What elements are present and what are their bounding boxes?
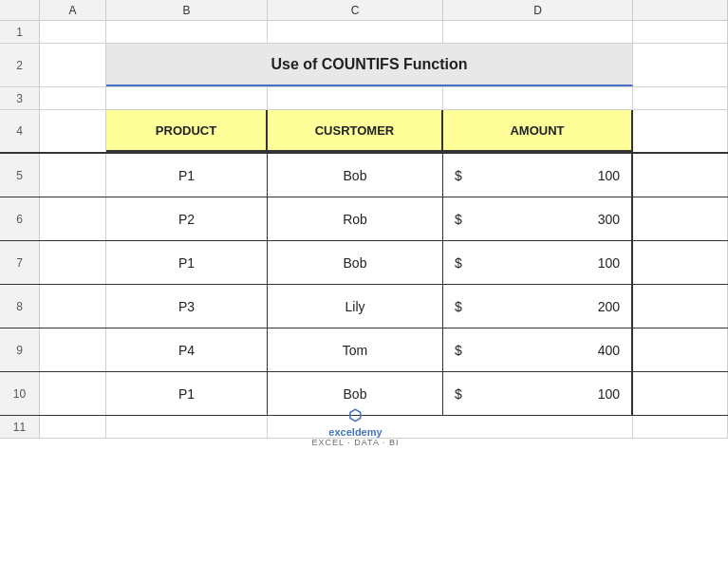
cell-e3 xyxy=(633,87,728,109)
dollar-sign-9: $ xyxy=(455,343,462,358)
col-header-d[interactable]: D xyxy=(443,0,633,20)
cell-e1 xyxy=(633,21,728,43)
cell-c1[interactable] xyxy=(268,21,443,43)
row-num-7: 7 xyxy=(0,241,40,284)
cell-product-6[interactable]: P2 xyxy=(106,197,268,240)
row-num-3: 3 xyxy=(0,87,40,109)
grid-row-6: 6 P2 Rob $ 300 xyxy=(0,197,728,241)
grid-row-1: 1 xyxy=(0,21,728,44)
cell-e10 xyxy=(633,372,728,415)
col-header-e xyxy=(633,0,728,20)
grid-row-5: 5 P1 Bob $ 100 xyxy=(0,154,728,197)
cell-b3[interactable] xyxy=(106,87,268,109)
cell-a6[interactable] xyxy=(40,197,106,240)
corner-cell xyxy=(0,0,40,20)
cell-d3[interactable] xyxy=(443,87,633,109)
dollar-sign-7: $ xyxy=(455,255,462,271)
header-amount[interactable]: AMOUNT xyxy=(443,110,633,152)
cell-product-7[interactable]: P1 xyxy=(106,241,268,284)
cell-a4[interactable] xyxy=(40,110,106,152)
col-header-c[interactable]: C xyxy=(268,0,443,20)
cell-a8[interactable] xyxy=(40,285,106,328)
cell-amount-10[interactable]: $ 100 xyxy=(443,372,633,415)
cell-e2 xyxy=(633,44,728,86)
cell-amount-5[interactable]: $ 100 xyxy=(443,154,633,197)
amount-value-9: 400 xyxy=(598,343,620,358)
cell-e11 xyxy=(633,416,728,438)
exceldemy-brand: exceldemy xyxy=(328,426,382,438)
data-rows-container: 5 P1 Bob $ 100 6 P2 Rob $ 300 7 P1 Bob xyxy=(0,154,728,416)
spreadsheet: A B C D 1 2 Use of COUNTIFS Function 3 xyxy=(0,0,728,563)
cell-product-9[interactable]: P4 xyxy=(106,328,268,371)
header-product[interactable]: PRODUCT xyxy=(106,110,268,152)
cell-a3[interactable] xyxy=(40,87,106,109)
watermark-cell: ⬡ exceldemy EXCEL · DATA · BI xyxy=(268,416,443,438)
grid-row-11: 11 ⬡ exceldemy EXCEL · DATA · BI xyxy=(0,416,728,439)
cell-c3[interactable] xyxy=(268,87,443,109)
row-num-6: 6 xyxy=(0,197,40,240)
cell-a5[interactable] xyxy=(40,154,106,197)
grid-row-7: 7 P1 Bob $ 100 xyxy=(0,241,728,285)
dollar-sign-8: $ xyxy=(455,299,462,314)
grid-row-2: 2 Use of COUNTIFS Function xyxy=(0,44,728,87)
cell-d1[interactable] xyxy=(443,21,633,43)
amount-value-5: 100 xyxy=(598,168,620,183)
cell-product-8[interactable]: P3 xyxy=(106,285,268,328)
cell-product-10[interactable]: P1 xyxy=(106,372,268,415)
dollar-sign-5: $ xyxy=(455,168,462,183)
row-num-5: 5 xyxy=(0,154,40,197)
cell-customer-6[interactable]: Rob xyxy=(268,197,443,240)
grid-row-4: 4 PRODUCT CUSRTOMER AMOUNT xyxy=(0,110,728,154)
cell-a2[interactable] xyxy=(40,44,106,86)
dollar-sign-10: $ xyxy=(455,386,462,402)
dollar-sign-6: $ xyxy=(455,212,462,227)
cell-customer-7[interactable]: Bob xyxy=(268,241,443,284)
cell-a9[interactable] xyxy=(40,328,106,371)
cell-a10[interactable] xyxy=(40,372,106,415)
cell-customer-9[interactable]: Tom xyxy=(268,328,443,371)
header-customer[interactable]: CUSRTOMER xyxy=(268,110,443,152)
title-cell[interactable]: Use of COUNTIFS Function xyxy=(106,44,633,86)
exceldemy-subtitle: EXCEL · DATA · BI xyxy=(312,438,400,447)
cell-amount-6[interactable]: $ 300 xyxy=(443,197,633,240)
amount-value-10: 100 xyxy=(598,386,620,402)
amount-value-7: 100 xyxy=(598,255,620,271)
cell-a11[interactable] xyxy=(40,416,106,438)
row-num-2: 2 xyxy=(0,44,40,86)
grid-row-3: 3 xyxy=(0,87,728,110)
row-num-9: 9 xyxy=(0,328,40,371)
row-num-4: 4 xyxy=(0,110,40,152)
cell-amount-8[interactable]: $ 200 xyxy=(443,285,633,328)
amount-value-8: 200 xyxy=(598,299,620,314)
row-num-1: 1 xyxy=(0,21,40,43)
cell-e6 xyxy=(633,197,728,240)
col-header-b[interactable]: B xyxy=(106,0,268,20)
grid-row-9: 9 P4 Tom $ 400 xyxy=(0,328,728,372)
cell-e4 xyxy=(633,110,728,152)
exceldemy-logo: ⬡ exceldemy EXCEL · DATA · BI xyxy=(312,406,400,447)
row-num-11: 11 xyxy=(0,416,40,438)
cell-a1[interactable] xyxy=(40,21,106,43)
cell-a7[interactable] xyxy=(40,241,106,284)
cell-amount-7[interactable]: $ 100 xyxy=(443,241,633,284)
cell-e5 xyxy=(633,154,728,197)
cell-b11 xyxy=(106,416,268,438)
cell-e9 xyxy=(633,328,728,371)
row-num-10: 10 xyxy=(0,372,40,415)
cell-product-5[interactable]: P1 xyxy=(106,154,268,197)
cell-b1[interactable] xyxy=(106,21,268,43)
cell-e8 xyxy=(633,285,728,328)
amount-value-6: 300 xyxy=(598,212,620,227)
cell-e7 xyxy=(633,241,728,284)
col-header-a[interactable]: A xyxy=(40,0,106,20)
exceldemy-icon: ⬡ xyxy=(348,406,362,424)
column-headers: A B C D xyxy=(0,0,728,21)
cell-amount-9[interactable]: $ 400 xyxy=(443,328,633,371)
cell-d11 xyxy=(443,416,633,438)
cell-customer-5[interactable]: Bob xyxy=(268,154,443,197)
cell-customer-8[interactable]: Lily xyxy=(268,285,443,328)
row-num-8: 8 xyxy=(0,285,40,328)
grid-row-8: 8 P3 Lily $ 200 xyxy=(0,285,728,328)
grid-body: 1 2 Use of COUNTIFS Function 3 4 xyxy=(0,21,728,563)
